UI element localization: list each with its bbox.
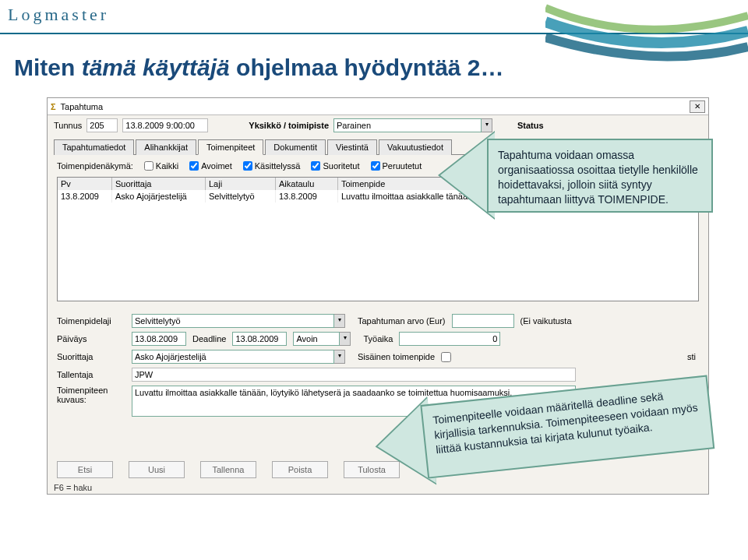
cell-suorittaja: Asko Ajojärjestelijä — [112, 190, 206, 203]
yksikko-label: Yksikkö / toimipiste — [249, 121, 329, 130]
filter-suoritetut[interactable]: Suoritetut — [311, 161, 359, 171]
tunnus-field[interactable]: 205 — [86, 118, 118, 132]
filter-avoimet-label: Avoimet — [201, 161, 232, 171]
tab-tapahtumatiedot[interactable]: Tapahtumatiedot — [54, 139, 134, 155]
filter-kaikki[interactable]: Kaikki — [144, 161, 178, 171]
tap-arvo-field[interactable] — [452, 314, 514, 328]
paivays-label: Päiväys — [57, 334, 125, 343]
chevron-down-icon: ▾ — [334, 314, 345, 328]
date-field[interactable]: 13.8.2009 9:00:00 — [122, 118, 208, 132]
ei-vaikuta-label: (Ei vaikutusta — [520, 316, 572, 326]
etsi-button[interactable]: Etsi — [57, 461, 113, 478]
logo-text: Logmaster — [8, 5, 109, 24]
tallenna-button[interactable]: Tallenna — [200, 461, 256, 478]
col-pv[interactable]: Pv — [58, 178, 112, 190]
title-prefix: Miten — [14, 55, 82, 80]
tab-viestinta[interactable]: Viestintä — [327, 139, 377, 155]
col-aikataulu[interactable]: Aikataulu — [276, 178, 338, 190]
sisainen-checkbox[interactable] — [441, 352, 451, 362]
brand-logo: Logmaster — [8, 5, 109, 25]
poista-button[interactable]: Poista — [272, 461, 328, 478]
toimenpidelaji-label: Toimenpidelaji — [57, 316, 125, 326]
filter-kaikki-label: Kaikki — [156, 161, 178, 171]
status-value: Avoin — [293, 332, 340, 346]
paivays-field[interactable]: 13.08.2009 — [132, 332, 186, 346]
chevron-down-icon: ▾ — [334, 350, 345, 364]
filter-avoimet[interactable]: Avoimet — [189, 161, 232, 171]
titlebar: Σ Tapahtuma ✕ — [48, 98, 708, 115]
cell-laji: Selvittelytyö — [206, 190, 276, 203]
tab-toimenpiteet[interactable]: Toimenpiteet — [198, 139, 263, 155]
slide-title: Miten tämä käyttäjä ohjelmaa hyödyntää 2… — [14, 55, 504, 81]
toimenpidelaji-value: Selvittelytyö — [132, 314, 334, 328]
status-dropdown[interactable]: Avoin▾ — [293, 332, 351, 346]
deadline-field[interactable]: 13.08.2009 — [232, 332, 287, 346]
tyoaika-field[interactable]: 0 — [399, 332, 500, 346]
callout-bottom-text: Toimenpiteelle voidaan määritellä deadli… — [420, 375, 714, 478]
suorittaja-label: Suorittaja — [57, 352, 125, 361]
cell-pv: 13.8.2009 — [58, 190, 112, 203]
suorittaja-dropdown[interactable]: Asko Ajojärjestelijä▾ — [132, 350, 345, 364]
logo-underline — [0, 33, 748, 34]
tallentaja-label: Tallentaja — [57, 370, 125, 379]
filter-kasittelyssa-label: Käsittelyssä — [255, 161, 301, 171]
tyoaika-label: Työaika — [363, 334, 393, 343]
app-icon: Σ — [51, 102, 56, 111]
callout-top: Tapahtuma voidaan omassa organisaatiossa… — [440, 125, 729, 234]
filter-label: Toimenpidenäkymä: — [57, 161, 133, 171]
kuvaus-label: Toimenpiteen kuvaus: — [57, 386, 125, 404]
toimenpidelaji-dropdown[interactable]: Selvittelytyö▾ — [132, 314, 345, 328]
tab-dokumentit[interactable]: Dokumentit — [265, 139, 326, 155]
filter-kasittelyssa[interactable]: Käsittelyssä — [243, 161, 301, 171]
sisainen-label: Sisäinen toimenpide — [358, 352, 435, 361]
col-laji[interactable]: Laji — [206, 178, 276, 190]
window-title: Tapahtuma — [61, 102, 103, 111]
filter-suoritetut-label: Suoritetut — [323, 161, 359, 171]
title-suffix: ohjelmaa hyödyntää 2… — [230, 55, 504, 80]
tunnus-label: Tunnus — [54, 121, 82, 130]
chevron-down-icon: ▾ — [340, 332, 351, 346]
tab-alihankkijat[interactable]: Alihankkijat — [136, 139, 196, 155]
uusi-button[interactable]: Uusi — [129, 461, 185, 478]
decorative-swoosh — [545, 0, 748, 70]
title-italic: tämä käyttäjä — [82, 55, 230, 80]
tap-arvo-label: Tapahtuman arvo (Eur) — [358, 316, 446, 326]
filter-peruutetut-label: Peruutetut — [383, 161, 422, 171]
deadline-label: Deadline — [192, 334, 226, 343]
callout-top-text: Tapahtuma voidaan omassa organisaatiossa… — [487, 139, 713, 213]
button-bar: Etsi Uusi Tallenna Poista Tulosta — [57, 461, 400, 478]
close-button[interactable]: ✕ — [690, 100, 705, 113]
suorittaja-value: Asko Ajojärjestelijä — [132, 350, 334, 364]
status-bar: F6 = haku — [54, 483, 92, 492]
filter-peruutetut[interactable]: Peruutetut — [371, 161, 422, 171]
col-suorittaja[interactable]: Suorittaja — [112, 178, 206, 190]
cell-aikataulu: 13.8.2009 — [276, 190, 338, 203]
